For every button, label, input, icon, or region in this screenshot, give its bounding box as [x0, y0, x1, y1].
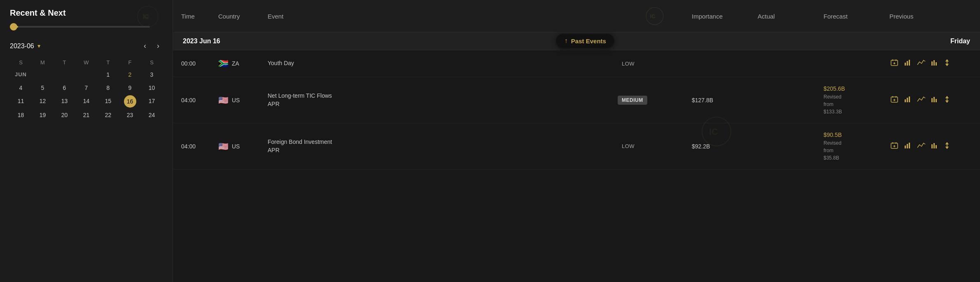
flag-za: 🇿🇦: [218, 59, 229, 68]
cal-day-11[interactable]: 11: [10, 95, 32, 108]
right-panel: Time Country Event IC Importance Actual …: [173, 0, 980, 282]
cal-day-2[interactable]: 2: [119, 69, 141, 80]
th-forecast: Forecast: [824, 13, 889, 20]
mini-bar-icon-2[interactable]: [930, 94, 940, 106]
svg-rect-40: [936, 145, 937, 148]
left-panel: Recent & Next IC 2023-06 ▼ ‹ › S M T W T: [0, 0, 173, 282]
cal-day-23[interactable]: 23: [119, 109, 141, 121]
updown-icon-1[interactable]: [943, 58, 951, 69]
header-watermark: IC: [618, 6, 692, 26]
watermark-logo: IC: [135, 4, 160, 29]
cal-day-3[interactable]: 3: [141, 69, 163, 80]
previous-main-2: $205.6B: [824, 85, 889, 93]
bar-chart-icon-3[interactable]: [903, 141, 912, 152]
svg-rect-35: [905, 146, 906, 148]
event-country-1: 🇿🇦 ZA: [218, 59, 268, 68]
th-actual: Actual: [758, 13, 824, 20]
event-time-2: 04:00: [181, 97, 218, 103]
event-previous-2: $205.6B Revisedfrom$133.3B: [824, 85, 889, 115]
date-label: 2023 Jun 16: [183, 38, 220, 45]
cal-day-6[interactable]: 6: [54, 82, 75, 94]
line-chart-icon-3[interactable]: [916, 141, 926, 152]
event-actions-3: [889, 141, 972, 152]
events-body: 2023 Jun 16 ↑ Past Events Friday 00:00 🇿…: [173, 33, 980, 282]
table-row: 00:00 🇿🇦 ZA Youth Day LOW: [173, 50, 980, 77]
cal-day-4[interactable]: 4: [10, 82, 32, 94]
cal-day-9[interactable]: 9: [119, 82, 141, 94]
event-importance-3: LOW: [618, 141, 692, 151]
past-events-badge[interactable]: ↑ Past Events: [556, 34, 614, 48]
weekday-m: M: [32, 59, 54, 66]
svg-rect-23: [909, 96, 910, 102]
svg-rect-26: [936, 99, 937, 102]
event-time-3: 04:00: [181, 143, 218, 150]
svg-rect-11: [909, 60, 910, 66]
month-dropdown-icon[interactable]: ▼: [37, 43, 42, 49]
svg-text:IC: IC: [143, 13, 149, 20]
svg-rect-36: [907, 144, 908, 148]
cal-day-22[interactable]: 22: [97, 109, 119, 121]
country-code-za: ZA: [232, 60, 239, 67]
cal-day-13[interactable]: 13: [54, 95, 75, 108]
line-chart-icon-1[interactable]: [916, 58, 926, 69]
slider-track: [10, 26, 150, 28]
mini-bar-icon-1[interactable]: [930, 58, 940, 69]
event-actions-2: [889, 94, 972, 106]
th-event: Event: [268, 13, 618, 20]
th-previous: Previous: [889, 13, 972, 20]
cal-day-14[interactable]: 14: [75, 95, 97, 108]
cal-day-18[interactable]: 18: [10, 109, 32, 121]
month-name: JUN: [10, 69, 32, 80]
event-country-2: 🇺🇸 US: [218, 95, 268, 105]
event-actual-2: $127.8B: [692, 97, 758, 103]
line-chart-icon-2[interactable]: [916, 94, 926, 106]
calendar-add-icon-3[interactable]: [889, 141, 899, 152]
cal-day-8[interactable]: 8: [97, 82, 119, 94]
month-label: 2023-06 ▼: [10, 42, 136, 50]
event-previous-3: $90.5B Revisedfrom$35.8B: [824, 131, 889, 162]
month-year-label: 2023-06: [10, 42, 34, 50]
cal-day-1[interactable]: 1: [97, 69, 119, 80]
th-country: Country: [218, 13, 268, 20]
date-row: 2023 Jun 16 ↑ Past Events Friday: [173, 33, 980, 50]
cal-day-21[interactable]: 21: [75, 109, 97, 121]
cal-day-10[interactable]: 10: [141, 82, 163, 94]
event-importance-1: LOW: [618, 59, 692, 68]
slider-thumb[interactable]: [10, 23, 17, 31]
importance-badge-medium-2: MEDIUM: [618, 96, 647, 105]
svg-rect-13: [933, 60, 935, 66]
cal-day-5[interactable]: 5: [32, 82, 54, 94]
cal-empty: [54, 69, 75, 80]
prev-month-button[interactable]: ‹: [140, 40, 149, 52]
weekday-s1: S: [10, 59, 32, 66]
cal-day-19[interactable]: 19: [32, 109, 54, 121]
previous-main-3: $90.5B: [824, 131, 889, 139]
calendar-add-icon-1[interactable]: [889, 58, 899, 69]
calendar-add-icon-2[interactable]: [889, 94, 899, 106]
bar-chart-icon-1[interactable]: [903, 58, 912, 69]
updown-icon-3[interactable]: [943, 141, 951, 152]
importance-badge-low-1: LOW: [618, 59, 639, 68]
updown-icon-2[interactable]: [943, 94, 951, 106]
cal-day-20[interactable]: 20: [54, 109, 75, 121]
mini-bar-icon-3[interactable]: [930, 141, 940, 152]
cal-day-7[interactable]: 7: [75, 82, 97, 94]
calendar: S M T W T F S JUN 1 2 3 4 5 6 7 8 9 10 1: [10, 59, 163, 121]
cal-day-24[interactable]: 24: [141, 109, 163, 121]
table-header: Time Country Event IC Importance Actual …: [173, 0, 980, 33]
event-importance-2: MEDIUM: [618, 96, 692, 105]
svg-rect-38: [931, 144, 933, 148]
bar-chart-icon-2[interactable]: [903, 94, 912, 106]
cal-day-12[interactable]: 12: [32, 95, 54, 108]
th-importance: Importance: [692, 13, 758, 20]
cal-day-15[interactable]: 15: [97, 95, 119, 108]
calendar-body: JUN 1 2 3 4 5 6 7 8 9 10 11 12 13 14 15 …: [10, 69, 163, 121]
cal-day-16-today[interactable]: 16: [124, 95, 136, 108]
svg-rect-10: [907, 61, 908, 66]
next-month-button[interactable]: ›: [154, 40, 163, 52]
cal-day-17[interactable]: 17: [141, 95, 163, 108]
event-name-2: Net Long-term TIC FlowsAPR: [268, 92, 618, 108]
slider-container: [10, 26, 163, 28]
day-of-week-label: Friday: [950, 38, 970, 45]
weekday-t1: T: [54, 59, 75, 66]
